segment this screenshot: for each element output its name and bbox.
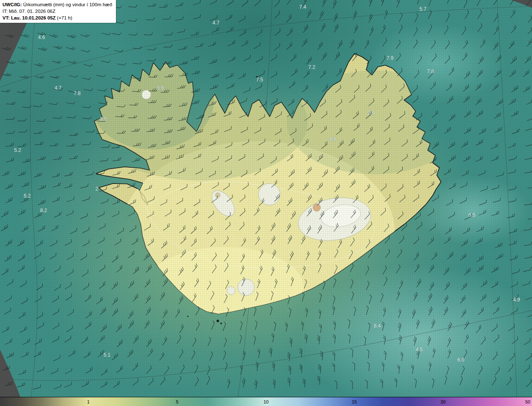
colorbar-tick: 30	[441, 399, 446, 404]
colorbar-tick: 10	[264, 399, 268, 404]
weather-map: 4.64.77.45.74.77.83.97.57.27.97.83.92.94…	[0, 0, 532, 406]
valid-time: VT: Lau. 10.01.2026 05Z (+71 h)	[2, 15, 112, 21]
map-title: Úrkomumætti (mm) og vindur í 100m hæð	[23, 2, 112, 7]
sea-layer	[0, 0, 532, 397]
colorbar-tick: 1	[87, 399, 89, 404]
colorbar-tick: 15	[352, 399, 357, 404]
colorbar-tick: 5	[176, 399, 178, 404]
source-label: UWC/IG:	[2, 2, 22, 7]
colorbar: 1510153050	[0, 397, 532, 406]
colorbar-tick: 50	[525, 399, 530, 404]
init-time: IT: Mið. 07. 01. 2026 06Z	[2, 8, 112, 15]
title-box: UWC/IG: Úrkomumætti (mm) og vindur í 100…	[0, 0, 116, 23]
title-line: UWC/IG: Úrkomumætti (mm) og vindur í 100…	[2, 1, 112, 8]
